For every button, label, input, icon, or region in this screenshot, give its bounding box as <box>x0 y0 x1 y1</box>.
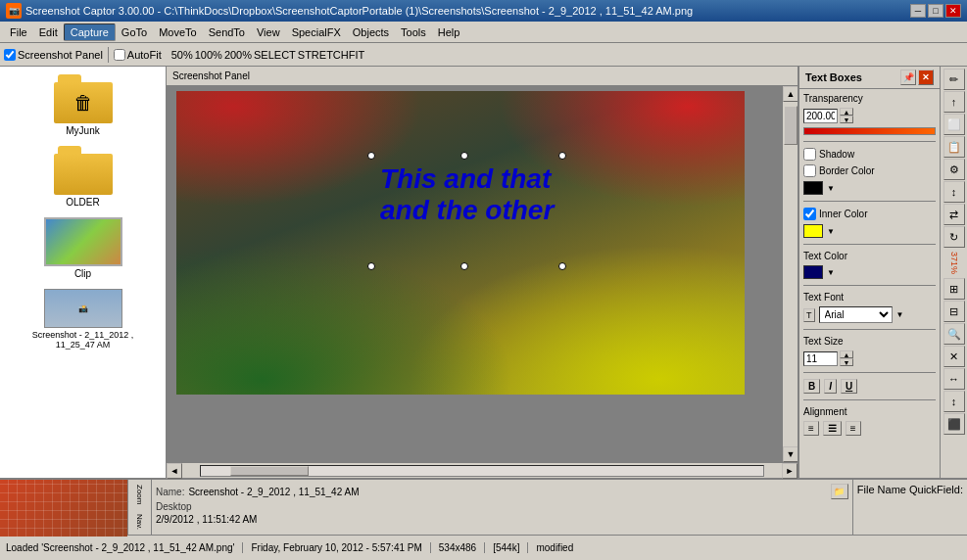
inner-color-checkbox[interactable] <box>803 208 816 220</box>
align-center-button[interactable]: ☰ <box>823 421 842 436</box>
file-item-screenshot[interactable]: 📸 Screenshot - 2_11_2012 ,11_25_47 AM <box>24 289 142 350</box>
handle-top-right[interactable] <box>558 152 566 160</box>
toolbar-icon-rotate[interactable]: ↻ <box>943 226 965 248</box>
text-size-down-btn[interactable]: ▼ <box>840 358 853 366</box>
panel-header-buttons: 📌 ✕ <box>900 70 934 85</box>
status-date: Friday, February 10, 2012 - 5:57:41 PM <box>251 542 430 553</box>
vertical-scrollbar[interactable]: ▲ ▼ <box>782 86 798 462</box>
handle-bottom-left[interactable] <box>367 262 375 270</box>
border-color-checkbox[interactable] <box>803 164 816 177</box>
scroll-down-arrow[interactable]: ▼ <box>783 446 798 462</box>
h-scrollbar-thumb[interactable] <box>230 466 309 476</box>
file-item-clip[interactable]: Clip <box>24 217 142 279</box>
screenshot-panel-checkbox[interactable] <box>4 49 16 61</box>
file-item-myjunk[interactable]: 🗑 MyJunk <box>24 74 142 136</box>
menu-moveto[interactable]: MoveTo <box>153 24 203 40</box>
text-size-up-btn[interactable]: ▲ <box>840 350 853 358</box>
toolbar-icon-3[interactable]: ⬜ <box>943 114 965 135</box>
toolbar-icon-11[interactable]: ✕ <box>943 346 965 367</box>
screenshot-panel-label: Screenshot Panel <box>18 49 103 61</box>
text-font-label: Text Font <box>803 292 936 303</box>
shadow-checkbox[interactable] <box>803 148 816 161</box>
center-area: Screenshot Panel This and thatand the ot… <box>167 67 798 478</box>
panel-pin-button[interactable]: 📌 <box>900 70 916 85</box>
file-item-older[interactable]: OLDER <box>24 146 142 208</box>
zoom-200[interactable]: 200% <box>224 49 252 61</box>
autofit-checkbox[interactable] <box>114 49 125 61</box>
panel-close-button[interactable]: ✕ <box>918 70 934 85</box>
toolbar-icon-9[interactable]: ⊟ <box>943 301 965 322</box>
file-label-myjunk: MyJunk <box>66 125 99 136</box>
scrollbar-thumb-v[interactable] <box>784 106 798 145</box>
inner-color-dropdown[interactable]: ▼ <box>827 227 835 236</box>
menu-help[interactable]: Help <box>432 24 466 40</box>
bold-button[interactable]: B <box>803 379 820 394</box>
divider-6 <box>803 372 936 373</box>
thumb-label: 📸 <box>78 304 88 313</box>
menu-file[interactable]: File <box>4 24 33 40</box>
h-scrollbar-track[interactable] <box>200 465 764 477</box>
transparency-input[interactable] <box>803 109 838 123</box>
transparency-label: Transparency <box>803 93 936 104</box>
toolbar-icon-5[interactable]: ⚙ <box>943 159 965 180</box>
status-bar: Loaded 'Screenshot - 2_9_2012 , 11_51_42… <box>0 535 967 560</box>
toolbar-icon-6[interactable]: ↕ <box>943 181 965 203</box>
menu-tools[interactable]: Tools <box>395 24 432 40</box>
font-dropdown-arrow[interactable]: ▼ <box>896 310 904 319</box>
text-color-dropdown[interactable]: ▼ <box>827 268 835 277</box>
italic-button[interactable]: I <box>824 379 837 394</box>
border-color-swatch[interactable] <box>803 181 823 195</box>
transparency-up-btn[interactable]: ▲ <box>840 108 853 116</box>
folder-body-older <box>54 154 113 195</box>
toolbar-icon-4[interactable]: 📋 <box>943 136 965 158</box>
underline-button[interactable]: U <box>841 379 857 394</box>
toolbar-icon-10[interactable]: 🔍 <box>943 323 965 345</box>
file-name-quick-field: File Name QuickField: <box>852 480 967 535</box>
horizontal-scrollbar[interactable]: ◄ ► <box>167 462 798 478</box>
toolbar: Screenshot Panel AutoFit 50% 100% 200% S… <box>0 43 967 67</box>
toolbar-icon-2[interactable]: ↑ <box>943 91 965 113</box>
toolbar-icon-14[interactable]: ⬛ <box>943 413 965 435</box>
toolbar-icon-13[interactable]: ↕ <box>943 391 965 412</box>
handle-top-left[interactable] <box>367 152 375 160</box>
menu-specialfx[interactable]: SpecialFX <box>286 24 347 40</box>
select-label[interactable]: SELECT <box>254 49 296 61</box>
name-browse-button[interactable]: 📁 <box>831 484 848 499</box>
toolbar-icon-1[interactable]: ✏ <box>943 69 965 90</box>
menu-edit[interactable]: Edit <box>33 24 64 40</box>
handle-bottom-mid[interactable] <box>460 262 468 270</box>
menu-objects[interactable]: Objects <box>347 24 395 40</box>
handle-top-mid[interactable] <box>460 152 468 160</box>
text-color-swatch[interactable] <box>803 265 823 279</box>
stretchfit-label[interactable]: STRETCHFIT <box>298 49 364 61</box>
toolbar-icon-12[interactable]: ↔ <box>943 368 965 390</box>
zoom-100[interactable]: 100% <box>195 49 222 61</box>
inner-color-swatch[interactable] <box>803 224 823 238</box>
align-left-button[interactable]: ≡ <box>803 421 819 436</box>
menu-capture[interactable]: Capture <box>64 23 116 41</box>
scroll-right-arrow[interactable]: ► <box>782 463 798 479</box>
align-right-button[interactable]: ≡ <box>846 421 861 436</box>
handle-bottom-right[interactable] <box>558 262 566 270</box>
minimize-button[interactable]: ─ <box>910 4 926 18</box>
zoom-50[interactable]: 50% <box>171 49 193 61</box>
transparency-down-btn[interactable]: ▼ <box>840 116 853 123</box>
canvas-header: Screenshot Panel <box>167 67 798 86</box>
date-value: 2/9/2012 , 11:51:42 AM <box>156 514 848 525</box>
canvas-wrapper[interactable]: This and thatand the other ▲ ▼ <box>167 86 798 462</box>
toolbar-icon-7[interactable]: ⇄ <box>943 204 965 225</box>
canvas-textbox[interactable]: This and thatand the other <box>372 160 561 230</box>
font-select[interactable]: Arial <box>819 306 893 323</box>
scroll-left-arrow[interactable]: ◄ <box>167 463 182 479</box>
text-size-input[interactable] <box>803 351 838 366</box>
menu-sendto[interactable]: SendTo <box>203 24 251 40</box>
screenshot-canvas: This and thatand the other <box>176 91 745 395</box>
menu-goto[interactable]: GoTo <box>116 24 153 40</box>
maximize-button[interactable]: □ <box>928 4 943 18</box>
status-modified: modified <box>536 542 573 553</box>
close-button[interactable]: ✕ <box>945 4 961 18</box>
menu-view[interactable]: View <box>251 24 286 40</box>
border-color-dropdown[interactable]: ▼ <box>827 184 835 193</box>
scroll-up-arrow[interactable]: ▲ <box>783 86 798 102</box>
toolbar-icon-8[interactable]: ⊞ <box>943 278 965 300</box>
